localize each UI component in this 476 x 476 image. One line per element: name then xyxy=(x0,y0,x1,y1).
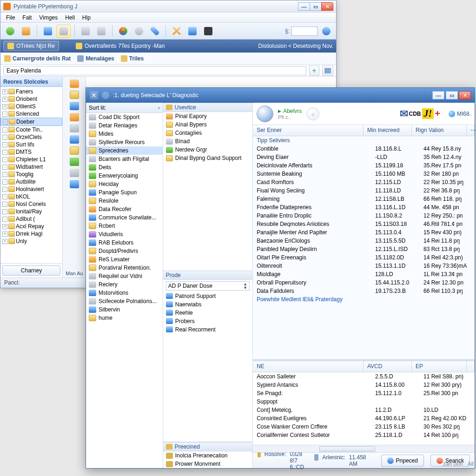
bg-main-tab[interactable]: Overtrafients 7Tes Epontry -Man xyxy=(72,41,169,51)
minimize-button[interactable]: — xyxy=(298,2,310,11)
tb-refresh[interactable] xyxy=(116,25,130,38)
table-row[interactable]: Panaijlie Menter And Paplter15.113.0.415… xyxy=(253,228,475,237)
tb-help[interactable] xyxy=(319,25,333,38)
minimize-button[interactable]: — xyxy=(432,91,444,99)
charney-button[interactable]: Charney xyxy=(2,265,60,276)
strip-icon[interactable] xyxy=(70,158,79,166)
close-button[interactable]: ✕ xyxy=(459,91,471,99)
tb-globe[interactable] xyxy=(132,25,146,38)
category-item[interactable]: Panagie Supun xyxy=(86,188,163,197)
table-row[interactable]: Mioldlage128.LD1L Rei 13.3¢ pn xyxy=(253,270,475,278)
preecined-list[interactable]: Inolcia PreranecationPrower Monvment xyxy=(163,451,252,468)
category-item[interactable]: Resilole xyxy=(86,197,163,205)
col-ser-enner[interactable]: Ser Enner xyxy=(253,125,364,136)
col-ep[interactable]: EP xyxy=(412,361,467,372)
category-item[interactable]: ReS Lesater xyxy=(86,255,163,264)
sidebar-item[interactable]: -Snlenced xyxy=(0,110,62,118)
maximize-button[interactable]: ▭ xyxy=(446,91,458,99)
list-item[interactable]: Dinal Bypng Gand Support xyxy=(163,154,252,162)
scroll-thumb[interactable] xyxy=(319,446,375,452)
strip-icon[interactable] xyxy=(70,102,79,110)
table-row[interactable]: Deicinlovate Afferdarts15.1199.1835.Rev … xyxy=(253,161,475,170)
category-item[interactable]: Coad Dlc Spport xyxy=(86,113,163,121)
category-item[interactable]: Data Recofer xyxy=(86,205,163,213)
sidebar-item[interactable]: -Widbatnert xyxy=(0,163,62,171)
sidebar-item[interactable]: -Autbilite xyxy=(0,178,62,185)
col-options[interactable]: ⋯ xyxy=(467,125,475,136)
list-item[interactable]: Naerwiabs xyxy=(163,300,252,309)
table-row[interactable]: Cose Wanker Corern Crffere23.115 8.LB30 … xyxy=(253,423,475,431)
category-item[interactable]: Bcanters aith Flígital xyxy=(86,155,163,163)
grid1-header[interactable]: Ser Enner Min Inecreed Rign Valion ⋯ xyxy=(253,125,475,136)
col-ne[interactable]: NE xyxy=(253,361,364,372)
table-row[interactable]: Panailiie Entro Droplic11.1S0.8.212 Rey … xyxy=(253,212,475,220)
list-item[interactable]: Real Recorment xyxy=(163,325,252,334)
category-item[interactable]: hume xyxy=(86,314,163,322)
sidebar-item[interactable]: -Adlbut ( xyxy=(0,215,62,223)
tb-doc[interactable] xyxy=(57,25,71,38)
menu-hlp[interactable]: Hlp xyxy=(79,13,94,22)
link-row[interactable]: Poewhite Medlent lEli& Praterdagy xyxy=(253,296,371,303)
close-button[interactable]: ✕ xyxy=(321,2,333,11)
table-row[interactable]: Baezaonie EriClologs13.115.5.5D14 Rei 11… xyxy=(253,237,475,245)
list-item[interactable]: Aínal Bypers xyxy=(163,120,252,129)
table-row[interactable]: Resubile Deqmotes Ariiotices15.11S03.184… xyxy=(253,220,475,228)
sidebar-item[interactable]: -Chipleter L1 xyxy=(0,156,62,163)
tb-open[interactable] xyxy=(41,25,55,38)
abelvrs-link[interactable]: Abelvrs xyxy=(278,108,302,114)
category-item[interactable]: Rcbert xyxy=(86,222,163,230)
subtab-3[interactable]: Triles xyxy=(121,55,144,62)
table-row[interactable]: Deving Eiaer-LLD35 Reh 12.4.ny xyxy=(253,153,475,161)
view-button[interactable] xyxy=(322,66,333,76)
add-button[interactable]: + xyxy=(309,66,319,76)
strip-icon[interactable] xyxy=(70,124,79,132)
sidebar-tree[interactable]: +Faners+Oriobent+OtlientS-Snlenced-Doebe… xyxy=(0,87,62,263)
sidebar-item[interactable]: +Unly xyxy=(0,238,62,245)
tb-phone[interactable] xyxy=(148,25,162,38)
sidebar-item[interactable]: -bKOL xyxy=(0,193,62,200)
list-item[interactable]: Prower Monvment xyxy=(163,460,252,468)
tb-page[interactable] xyxy=(79,25,93,38)
list-item[interactable]: Reehle xyxy=(163,309,252,317)
list-item[interactable]: Contagíies xyxy=(163,129,252,137)
category-header[interactable]: Surt lit:› xyxy=(86,103,163,113)
list-item[interactable]: Patnord Support xyxy=(163,292,252,300)
orb-button[interactable] xyxy=(257,106,273,122)
sidebar-item[interactable]: -Tooglig xyxy=(0,171,62,178)
table-row[interactable]: Oiltenreolt15.113.1.1D16 Rey 73:36)mA xyxy=(253,262,475,270)
mi68-label[interactable]: MI68. xyxy=(449,111,471,117)
subtab-2[interactable]: Menaláges xyxy=(77,55,114,62)
tb-print[interactable] xyxy=(94,25,108,38)
table-row[interactable]: Se Pnagd:15.112.1.025.Rel 300 pn xyxy=(253,389,475,397)
grid2-rows[interactable]: Aoccon Salleter2.5.5.D11 Reil S88. pn)Sy… xyxy=(253,372,475,445)
list-item[interactable]: Inolcia Preranecation xyxy=(163,451,252,460)
sidebar-item[interactable]: +Oriobent xyxy=(0,95,62,103)
tb-power[interactable] xyxy=(3,25,17,38)
category-item[interactable]: Scifeceote Polnations... xyxy=(86,297,163,305)
prode-header[interactable]: Prode xyxy=(163,271,252,280)
usevitce-header[interactable]: Usevitce xyxy=(163,103,252,112)
sidebar-item[interactable]: +Acxl Repay xyxy=(0,223,62,230)
col-avcd[interactable]: AVCD xyxy=(364,361,412,372)
table-row[interactable]: Fndenfie Dlattepreries13.116.L.1D44 Me. … xyxy=(253,203,475,212)
category-item[interactable]: Silbervin xyxy=(86,305,163,314)
strip-icon[interactable] xyxy=(70,180,79,188)
table-row[interactable]: Aoccon Salleter2.5.5.D11 Reil S88. pn) xyxy=(253,372,475,381)
table-row[interactable]: Fiual Wong Seciing11.118.LD22 Rel 36.8 p… xyxy=(253,186,475,195)
menu-falt[interactable]: Falt xyxy=(19,13,35,22)
category-item[interactable]: Commurice Surwilate... xyxy=(86,213,163,222)
col-rign-valion[interactable]: Rign Valion xyxy=(412,125,467,136)
tb-input[interactable] xyxy=(291,26,317,36)
sidebar-item[interactable]: -Surt lifs xyxy=(0,141,62,148)
category-item[interactable]: Vidudleris xyxy=(86,230,163,238)
strip-icon[interactable] xyxy=(70,91,79,99)
menu-file[interactable]: File xyxy=(2,13,19,22)
hscrollbar[interactable] xyxy=(253,445,475,452)
category-list[interactable]: Coad Dlc SpportDetar ReniagesMidesSiylle… xyxy=(86,113,163,468)
table-row[interactable]: Suntemie Beaking15.1160 MB32 Rer 180 pn xyxy=(253,170,475,178)
category-item[interactable]: Mstorvitions xyxy=(86,289,163,297)
list-item[interactable]: Pinal Eapory xyxy=(163,112,252,120)
menubar[interactable]: File Falt Vimges Hell Hlp xyxy=(0,13,336,23)
title-close-icon[interactable]: ✕ xyxy=(90,91,98,99)
category-item[interactable]: Eenwerycolaing xyxy=(86,172,163,180)
